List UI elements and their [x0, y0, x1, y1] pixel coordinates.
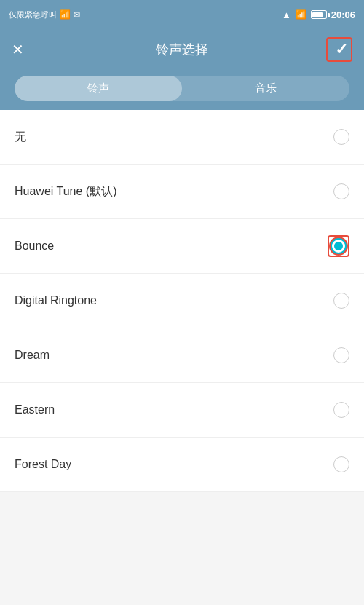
- radio-dream[interactable]: [333, 347, 349, 363]
- status-bar-right: ▲ 📶 20:06: [282, 9, 355, 20]
- ringtone-list: 无 Huawei Tune (默认) Bounce Digital Ringto…: [0, 110, 364, 492]
- emergency-text: 仅限紧急呼叫: [9, 9, 57, 20]
- item-label-huawei: Huawei Tune (默认): [15, 184, 117, 199]
- tab-ringtone-label: 铃声: [87, 82, 109, 94]
- list-item-bounce[interactable]: Bounce: [0, 219, 364, 274]
- battery-fill: [312, 12, 323, 17]
- tab-bar: 铃声 音乐: [0, 70, 364, 110]
- battery-icon: [311, 10, 327, 19]
- tab-ringtone[interactable]: 铃声: [15, 76, 182, 101]
- tab-container: 铃声 音乐: [15, 76, 349, 101]
- confirm-button[interactable]: ✓: [326, 37, 352, 62]
- status-bar: 仅限紧急呼叫 📶 ✉ ▲ 📶 20:06: [0, 0, 364, 29]
- radio-none[interactable]: [333, 129, 349, 145]
- radio-huawei[interactable]: [333, 183, 349, 199]
- signal-icon2: 📶: [296, 9, 306, 20]
- check-icon: ✓: [335, 40, 348, 59]
- list-item-dream[interactable]: Dream: [0, 328, 364, 383]
- item-label-eastern: Eastern: [15, 403, 55, 416]
- radio-digital[interactable]: [333, 293, 349, 309]
- close-icon: ✕: [12, 41, 24, 58]
- radio-bounce-wrapper: [328, 235, 349, 257]
- page-title: 铃声选择: [38, 41, 326, 58]
- radio-bounce[interactable]: [331, 238, 347, 254]
- list-item-forest-day[interactable]: Forest Day: [0, 438, 364, 492]
- list-item-eastern[interactable]: Eastern: [0, 383, 364, 438]
- list-item-digital[interactable]: Digital Ringtone: [0, 274, 364, 328]
- radio-forest[interactable]: [333, 456, 349, 472]
- tab-music[interactable]: 音乐: [182, 76, 349, 101]
- time-display: 20:06: [331, 9, 355, 20]
- radio-eastern[interactable]: [333, 402, 349, 418]
- item-label-dream: Dream: [15, 349, 50, 362]
- message-icon: ✉: [74, 10, 80, 20]
- close-button[interactable]: ✕: [12, 41, 38, 58]
- signal-icon: 📶: [60, 9, 71, 20]
- title-bar: ✕ 铃声选择 ✓: [0, 29, 364, 70]
- item-label-none: 无: [15, 130, 26, 145]
- wifi-icon: ▲: [282, 9, 291, 20]
- tab-music-label: 音乐: [255, 82, 277, 94]
- item-label-digital: Digital Ringtone: [15, 294, 97, 307]
- item-label-forest: Forest Day: [15, 458, 71, 471]
- status-bar-left: 仅限紧急呼叫 📶 ✉: [9, 9, 80, 20]
- list-item-huawei-tune[interactable]: Huawei Tune (默认): [0, 165, 364, 219]
- list-item-none[interactable]: 无: [0, 110, 364, 165]
- item-label-bounce: Bounce: [15, 240, 54, 253]
